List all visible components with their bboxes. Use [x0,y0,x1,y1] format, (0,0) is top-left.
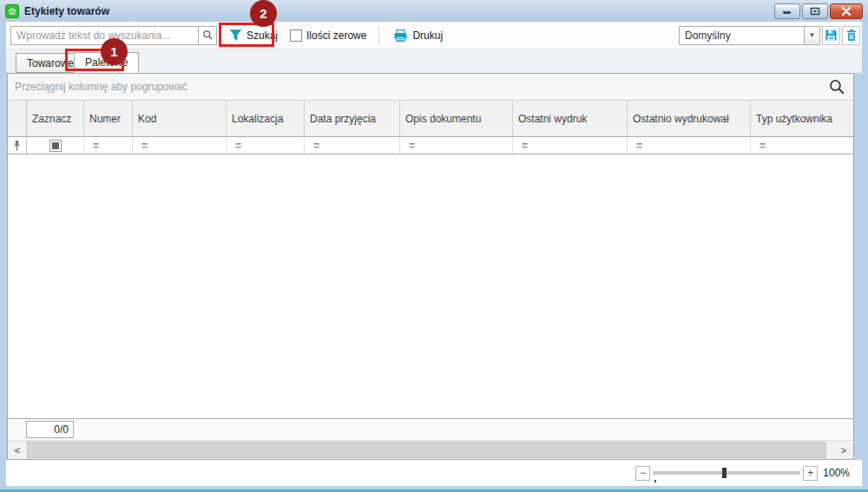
tab-paletowe[interactable]: Paletowe [74,52,139,73]
drukuj-button-label: Drukuj [412,30,443,42]
filter-row-indicator[interactable] [8,137,27,154]
zoom-slider[interactable] [653,471,800,475]
maximize-icon [810,7,820,16]
minimize-icon [782,7,792,15]
row-indicator-header [8,101,27,136]
search-input[interactable] [10,26,198,45]
window-title: Etykiety towarów [24,5,774,17]
zoom-tick-mark [654,480,656,482]
save-icon [825,29,838,42]
column-header-opis-dokumentu[interactable]: Opis dokumentu [400,101,513,136]
group-by-panel: Przeciągnij kolumnę aby pogrupować [8,74,853,101]
record-counter: 0/0 [26,421,74,438]
tab-paletowe-label: Paletowe [85,56,128,69]
grid-footer: 0/0 [8,418,853,440]
filter-checkbox-indeterminate[interactable] [49,140,62,152]
column-header-data-przyjecia[interactable]: Data przyjęcia [305,101,400,136]
basket-icon [5,4,19,18]
column-header-kod[interactable]: Kod [133,101,227,136]
zoom-slider-thumb[interactable] [722,468,727,478]
column-header-typ-uzytkownika[interactable]: Typ użytkownika [751,101,853,136]
filter-cell-data-przyjecia[interactable]: = [305,137,400,154]
titlebar: Etykiety towarów [0,0,868,22]
filter-cell-zaznacz[interactable] [27,137,84,154]
status-bar: − + 100% [6,460,862,486]
minimize-button[interactable] [774,3,800,19]
chevron-down-icon: ▼ [809,31,816,39]
filter-cell-numer[interactable]: = [84,137,133,154]
grid-filter-row: = = = = = = = = [8,137,853,154]
layout-combobox-dropdown-button[interactable]: ▼ [805,26,820,45]
column-header-ostatni-wydruk[interactable]: Ostatni wydruk [513,101,628,136]
filter-cell-lokalizacja[interactable]: = [227,137,305,154]
search-icon [202,30,214,41]
grid-header-row: Zaznacz Numer Kod Lokalizacja Data przyj… [8,101,853,137]
tab-towarowe-label: Towarowe [27,57,74,69]
close-icon [841,7,852,16]
szukaj-button[interactable]: Szukaj [224,25,283,45]
filter-cell-ostatni-wydruk[interactable]: = [513,137,628,154]
filter-icon [229,29,242,42]
column-header-lokalizacja[interactable]: Lokalizacja [227,101,305,136]
zero-quantities-label: Ilości zerowe [306,30,366,42]
group-by-hint: Przeciągnij kolumnę aby pogrupować [15,81,828,93]
scroll-right-button[interactable]: > [834,441,853,459]
app-window: Etykiety towarów [0,0,868,492]
maximize-button[interactable] [802,3,828,19]
scrollbar-track[interactable] [27,441,834,459]
pushpin-icon [13,140,21,152]
tabstrip: Towarowe Paletowe [6,49,862,73]
filter-cell-ostatnio-wydrukowal[interactable]: = [628,137,751,154]
szukaj-button-label: Szukaj [247,30,278,42]
search-box [10,26,217,45]
delete-layout-button[interactable] [842,26,860,45]
search-submit-button[interactable] [198,26,217,45]
drukuj-button[interactable]: Drukuj [388,25,448,46]
toolbar-separator [378,26,379,45]
column-header-ostatnio-wydrukowal[interactable]: Ostatnio wydrukował [628,101,751,136]
filter-cell-opis-dokumentu[interactable]: = [400,137,513,154]
save-layout-button[interactable] [822,26,840,45]
data-grid: Przeciągnij kolumnę aby pogrupować Zazna… [7,73,854,460]
trash-icon [845,29,858,42]
layout-combobox-value[interactable]: Domyślny [679,26,805,45]
scroll-left-button[interactable]: < [8,441,27,459]
zoom-in-button[interactable]: + [803,466,818,481]
grid-search-icon[interactable] [828,78,846,96]
filter-cell-kod[interactable]: = [133,137,227,154]
column-header-numer[interactable]: Numer [84,101,133,136]
toolbar: Szukaj Ilości zerowe Drukuj Domyślny ▼ [6,22,862,49]
zero-quantities-checkbox[interactable] [290,30,302,42]
column-header-zaznacz[interactable]: Zaznacz [27,101,84,136]
close-button[interactable] [830,3,863,19]
scrollbar-thumb[interactable] [27,442,826,458]
grid-body-empty [8,154,853,418]
zoom-out-button[interactable]: − [635,466,650,481]
horizontal-scrollbar[interactable]: < > [8,440,853,459]
zoom-percent-label: 100% [823,467,850,479]
layout-combobox[interactable]: Domyślny ▼ [679,26,820,45]
printer-icon [393,29,408,43]
filter-cell-typ-uzytkownika[interactable]: = [751,137,853,154]
